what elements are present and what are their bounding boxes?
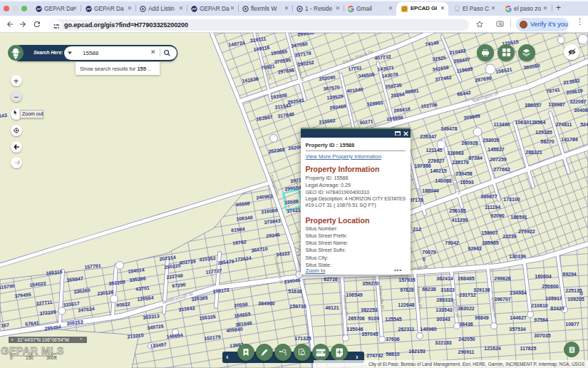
svg-text:46121: 46121 — [325, 305, 339, 310]
svg-text:231712: 231712 — [459, 292, 475, 297]
svg-text:130339: 130339 — [509, 254, 525, 259]
svg-text:111194: 111194 — [485, 205, 500, 210]
svg-text:357045: 357045 — [361, 332, 378, 337]
svg-text:135046: 135046 — [346, 327, 363, 332]
svg-text:22239: 22239 — [502, 234, 517, 239]
svg-text:121624: 121624 — [484, 346, 500, 351]
svg-text:274811: 274811 — [556, 122, 572, 127]
svg-text:141784: 141784 — [561, 137, 577, 142]
svg-text:364960: 364960 — [258, 301, 274, 306]
svg-text:274742: 274742 — [366, 353, 383, 358]
svg-text:226178: 226178 — [452, 160, 468, 165]
svg-text:159710: 159710 — [289, 304, 306, 309]
svg-text:97564: 97564 — [534, 317, 548, 322]
svg-text:149478: 149478 — [440, 126, 457, 131]
svg-text:288221: 288221 — [525, 150, 542, 155]
svg-text:122648: 122648 — [398, 302, 414, 307]
svg-text:87384: 87384 — [468, 155, 483, 160]
svg-text:197386: 197386 — [414, 163, 430, 168]
svg-text:239458: 239458 — [455, 171, 472, 176]
svg-text:30406: 30406 — [574, 108, 588, 113]
svg-text:36436: 36436 — [459, 322, 473, 327]
svg-text:359270: 359270 — [362, 281, 378, 286]
svg-text:30343: 30343 — [436, 317, 450, 322]
svg-text:140960: 140960 — [420, 327, 436, 332]
svg-text:82429: 82429 — [550, 306, 564, 311]
svg-text:62716: 62716 — [324, 277, 338, 282]
svg-text:145627: 145627 — [488, 147, 504, 152]
svg-text:66238: 66238 — [422, 287, 436, 292]
svg-text:363022: 363022 — [458, 306, 474, 311]
svg-text:322183: 322183 — [435, 340, 451, 345]
svg-text:117825: 117825 — [520, 346, 537, 351]
svg-text:96849: 96849 — [475, 315, 489, 320]
svg-text:382253: 382253 — [361, 307, 377, 312]
svg-text:157935: 157935 — [398, 277, 415, 282]
svg-text:316983: 316983 — [447, 150, 463, 155]
svg-text:268465: 268465 — [458, 276, 474, 281]
svg-text:16593: 16593 — [460, 180, 474, 185]
svg-text:159907: 159907 — [481, 230, 497, 235]
svg-text:121145: 121145 — [426, 148, 443, 153]
svg-text:250600: 250600 — [542, 284, 558, 289]
svg-text:279327: 279327 — [428, 158, 444, 163]
svg-text:349877: 349877 — [480, 194, 497, 199]
svg-text:105917: 105917 — [545, 296, 562, 301]
svg-text:143: 143 — [0, 113, 7, 118]
svg-text:133543: 133543 — [435, 307, 452, 312]
svg-text:140088: 140088 — [435, 178, 451, 183]
svg-text:140215: 140215 — [430, 168, 446, 173]
svg-text:524: 524 — [580, 122, 588, 127]
svg-text:160604: 160604 — [535, 274, 551, 279]
svg-text:234984: 234984 — [510, 290, 526, 295]
svg-text:129385: 129385 — [535, 130, 552, 135]
svg-text:207259: 207259 — [490, 157, 506, 162]
svg-text:106549: 106549 — [346, 292, 362, 297]
svg-text:242050: 242050 — [458, 337, 475, 342]
svg-text:162153: 162153 — [408, 349, 425, 354]
svg-text:357534: 357534 — [509, 327, 525, 332]
svg-text:0: 0 — [580, 291, 583, 296]
svg-text:56810: 56810 — [386, 352, 400, 357]
svg-text:79342: 79342 — [445, 240, 459, 245]
svg-text:51638: 51638 — [288, 289, 302, 294]
svg-text:290911: 290911 — [458, 349, 475, 354]
svg-text:89294: 89294 — [562, 272, 577, 277]
svg-text:9109: 9109 — [368, 316, 379, 321]
svg-text:113490: 113490 — [494, 122, 510, 127]
svg-text:299626: 299626 — [494, 276, 510, 281]
svg-text:186591: 186591 — [510, 215, 527, 220]
svg-text:0: 0 — [423, 257, 425, 262]
svg-text:92943: 92943 — [468, 246, 482, 251]
svg-text:210610: 210610 — [531, 303, 547, 308]
svg-text:277662: 277662 — [493, 167, 510, 172]
svg-text:109205: 109205 — [567, 297, 584, 302]
svg-text:167: 167 — [1, 322, 9, 328]
svg-text:386057: 386057 — [525, 103, 541, 108]
svg-text:173100: 173100 — [503, 197, 520, 202]
svg-text:411399: 411399 — [452, 218, 468, 223]
svg-text:362414: 362414 — [436, 276, 453, 281]
svg-text:92090: 92090 — [490, 213, 505, 218]
svg-text:70079: 70079 — [422, 250, 436, 255]
svg-text:58270: 58270 — [540, 139, 555, 144]
svg-text:212: 212 — [413, 227, 421, 232]
svg-text:289333: 289333 — [436, 297, 453, 302]
svg-text:139987: 139987 — [548, 102, 564, 107]
svg-text:285965: 285965 — [482, 240, 498, 245]
svg-text:293026: 293026 — [483, 138, 499, 143]
svg-text:144627: 144627 — [510, 315, 526, 320]
svg-text:37636: 37636 — [386, 337, 400, 342]
svg-text:279922: 279922 — [518, 229, 535, 234]
svg-text:396707: 396707 — [494, 297, 510, 302]
svg-text:322067: 322067 — [569, 99, 586, 104]
svg-text:260928: 260928 — [461, 140, 478, 145]
svg-text:307035: 307035 — [534, 333, 550, 338]
svg-text:171325: 171325 — [294, 336, 311, 341]
svg-text:329136: 329136 — [473, 287, 490, 292]
svg-text:256185: 256185 — [449, 208, 465, 213]
svg-text:31823: 31823 — [440, 287, 455, 292]
svg-text:188044: 188044 — [422, 188, 438, 193]
svg-text:262311: 262311 — [398, 327, 415, 332]
svg-text:226347: 226347 — [420, 134, 436, 139]
